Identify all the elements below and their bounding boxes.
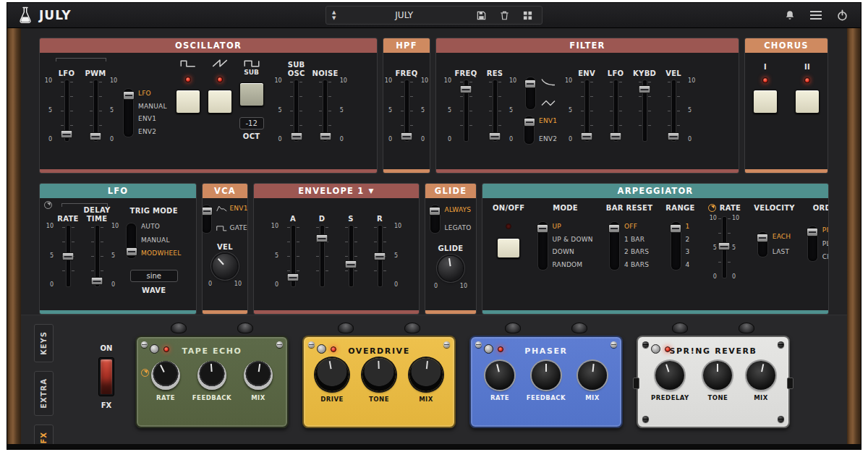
option-random[interactable]: RANDOM bbox=[553, 262, 593, 268]
option-up[interactable]: UP bbox=[553, 223, 593, 230]
overdrive-mix-knob[interactable]: MIX bbox=[409, 358, 443, 403]
switch-handle[interactable] bbox=[524, 80, 536, 88]
preset-spinner[interactable]: ▲ ▼ bbox=[332, 10, 336, 21]
slider-thumb[interactable] bbox=[316, 234, 328, 242]
filter-freq-slider[interactable]: FREQ bbox=[451, 56, 480, 144]
option-each[interactable]: EACH bbox=[773, 234, 791, 240]
switch-handle[interactable] bbox=[123, 91, 135, 100]
chorus-two-button[interactable] bbox=[795, 90, 820, 114]
slider-track[interactable] bbox=[67, 226, 70, 286]
slider-track[interactable] bbox=[323, 80, 327, 141]
decay-curve-icon[interactable] bbox=[540, 77, 556, 87]
phaser-mix-knob[interactable]: MIX bbox=[578, 361, 607, 401]
option-range-3[interactable]: 3 bbox=[686, 249, 690, 255]
phaser-bypass-button[interactable] bbox=[484, 344, 493, 354]
vca-mode-switch[interactable] bbox=[202, 205, 211, 233]
arp-mode-switch[interactable] bbox=[538, 222, 548, 270]
slider-thumb[interactable] bbox=[401, 132, 413, 140]
reverb-predelay-knob[interactable]: PREDELAY bbox=[651, 361, 689, 401]
envelope-selector-dropdown[interactable]: ▼ bbox=[369, 187, 375, 195]
random-preset-button[interactable] bbox=[519, 7, 536, 23]
knob-body[interactable] bbox=[655, 361, 684, 390]
slider-thumb[interactable] bbox=[290, 132, 302, 140]
env-release-slider[interactable]: R bbox=[365, 201, 394, 289]
option-env1[interactable]: ENV1 bbox=[138, 116, 167, 122]
slider-track[interactable] bbox=[292, 226, 295, 286]
knob-body[interactable] bbox=[532, 361, 561, 390]
trig-mode-switch[interactable] bbox=[127, 223, 136, 258]
option-env1[interactable]: ENV1 bbox=[229, 205, 247, 212]
tape-echo-rate-knob[interactable]: RATE bbox=[151, 361, 180, 401]
option-manual[interactable]: MANUAL bbox=[138, 103, 167, 110]
arp-order-switch[interactable] bbox=[808, 226, 817, 261]
filter-env-shape-switch[interactable] bbox=[526, 77, 535, 109]
slider-thumb[interactable] bbox=[345, 260, 357, 268]
filter-lfo-slider[interactable]: LFO bbox=[601, 56, 630, 144]
option-lfo[interactable]: LFO bbox=[138, 90, 167, 97]
knob-body[interactable] bbox=[315, 358, 349, 391]
slider-track[interactable] bbox=[294, 80, 298, 141]
option-manual[interactable]: MANUAL bbox=[141, 237, 181, 244]
lfo-delay-slider[interactable]: DELAY TIME bbox=[82, 201, 111, 289]
lfo-rate-slider[interactable]: RATE bbox=[54, 201, 82, 289]
tape-echo-bypass-button[interactable] bbox=[150, 344, 159, 354]
option-modwheel[interactable]: MODWHEEL bbox=[141, 250, 181, 257]
slider-thumb[interactable] bbox=[639, 85, 651, 93]
filter-vel-slider[interactable]: VEL bbox=[659, 56, 688, 144]
fx-power-switch[interactable] bbox=[98, 357, 114, 396]
phaser-rate-knob[interactable]: RATE bbox=[485, 361, 514, 401]
slider-thumb[interactable] bbox=[489, 132, 501, 140]
reverb-mix-knob[interactable]: MIX bbox=[746, 361, 775, 401]
tape-echo-mix-knob[interactable]: MIX bbox=[244, 361, 273, 401]
slider-track[interactable] bbox=[643, 80, 647, 141]
knob-body[interactable] bbox=[703, 361, 732, 390]
slider-track[interactable] bbox=[493, 80, 497, 141]
chorus-one-button[interactable] bbox=[753, 90, 778, 114]
preset-name[interactable]: JULY bbox=[341, 10, 467, 20]
filter-res-slider[interactable]: RES bbox=[480, 56, 509, 144]
option-4bars[interactable]: 4 BARS bbox=[624, 262, 649, 268]
arp-rate-slider[interactable]: 1050 1050 bbox=[709, 215, 740, 280]
knob-body[interactable] bbox=[244, 361, 273, 390]
knob-body[interactable] bbox=[746, 361, 775, 390]
switch-handle[interactable] bbox=[524, 118, 535, 127]
lfo-wave-selector[interactable]: sine bbox=[130, 270, 178, 282]
overdrive-drive-knob[interactable]: DRIVE bbox=[315, 358, 349, 403]
notifications-button[interactable] bbox=[781, 7, 799, 23]
knob-body[interactable] bbox=[362, 358, 396, 391]
option-always[interactable]: ALWAYS bbox=[445, 207, 472, 213]
saw-wave-button[interactable] bbox=[208, 90, 232, 114]
env-decay-slider[interactable]: D bbox=[307, 201, 336, 289]
option-gate[interactable]: GATE bbox=[229, 225, 247, 231]
option-1bar[interactable]: 1 BAR bbox=[624, 236, 649, 243]
option-last[interactable]: LAST bbox=[773, 249, 791, 255]
env-sustain-slider[interactable]: S bbox=[336, 201, 365, 289]
hpf-freq-slider[interactable]: FREQ bbox=[392, 56, 421, 144]
glide-mode-switch[interactable] bbox=[430, 205, 440, 233]
option-range-1[interactable]: 1 bbox=[686, 223, 690, 230]
filter-kybd-slider[interactable]: KYBD bbox=[630, 56, 659, 144]
tab-extra[interactable]: EXTRA bbox=[34, 371, 54, 416]
vel-knob[interactable]: 0 10 bbox=[208, 254, 242, 287]
delete-preset-button[interactable] bbox=[495, 7, 513, 23]
option-2bars[interactable]: 2 BARS bbox=[624, 249, 649, 255]
switch-handle[interactable] bbox=[537, 224, 548, 233]
env-attack-slider[interactable]: A bbox=[278, 201, 307, 289]
save-preset-button[interactable] bbox=[472, 7, 490, 23]
preset-prev-icon[interactable]: ▲ bbox=[332, 10, 336, 15]
reverb-tone-knob[interactable]: TONE bbox=[703, 361, 732, 401]
slider-thumb[interactable] bbox=[581, 132, 593, 140]
mod-indicator-icon[interactable] bbox=[44, 201, 52, 209]
option-legato[interactable]: LEGATO bbox=[445, 225, 472, 231]
option-down[interactable]: DOWN bbox=[553, 249, 593, 255]
switch-handle[interactable] bbox=[608, 224, 620, 233]
menu-button[interactable] bbox=[810, 11, 822, 20]
option-chord[interactable]: CHORD bbox=[822, 254, 829, 260]
overdrive-tone-knob[interactable]: TONE bbox=[362, 358, 396, 403]
knob-body[interactable] bbox=[485, 361, 514, 390]
slider-thumb[interactable] bbox=[287, 273, 299, 281]
tab-keys[interactable]: KEYS bbox=[34, 324, 54, 362]
option-env2[interactable]: ENV2 bbox=[138, 129, 167, 135]
slider-track[interactable] bbox=[585, 80, 589, 141]
option-pitch[interactable]: PITCH bbox=[822, 227, 829, 234]
